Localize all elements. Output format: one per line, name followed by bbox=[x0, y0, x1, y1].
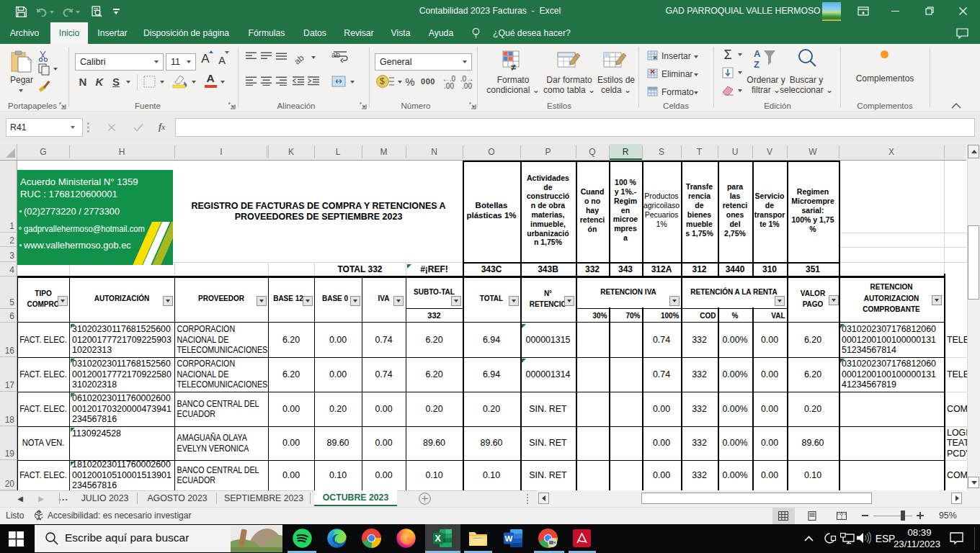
svg-text:Z: Z bbox=[754, 59, 760, 69]
svg-text:W: W bbox=[505, 534, 513, 543]
svg-text:$: $ bbox=[380, 76, 385, 86]
svg-text:A: A bbox=[754, 48, 761, 59]
svg-text:X: X bbox=[435, 534, 442, 544]
svg-text:≠: ≠ bbox=[511, 62, 516, 72]
